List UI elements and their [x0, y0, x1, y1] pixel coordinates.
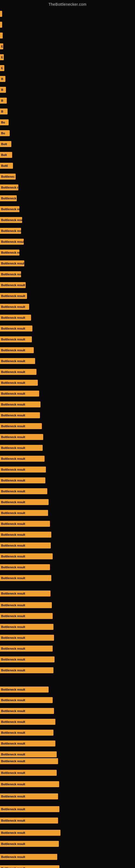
bar-item: Bo: [0, 130, 10, 136]
bar-item: B: [0, 98, 7, 104]
bar-label: Bottleneck result: [1, 425, 25, 428]
bar-label: Bottleneck resu: [1, 273, 21, 276]
bar-item: Bottleneck result: [0, 260, 24, 267]
bar-item: Bottleneck result: [0, 445, 43, 451]
bar-item: Bottleneck result: [0, 667, 53, 673]
bar-label: Bottleneck result: [1, 392, 25, 395]
bar-item: [0, 11, 2, 17]
bar-label: Bottleneck result: [1, 565, 25, 569]
bar-label: Bottleneck result: [1, 533, 25, 536]
bar-item: Bottleneck result: [0, 326, 32, 332]
bar-item: Bottleneck result: [0, 794, 58, 799]
bar-label: Bottleneck result: [1, 831, 25, 834]
bar-label: Bottleneck result: [1, 842, 25, 845]
bar-item: E: [0, 65, 4, 71]
bar-item: Bottleneck result: [0, 730, 53, 736]
bar-item: Bott: [0, 141, 11, 147]
bar-label: E: [1, 45, 3, 48]
bar-item: Bottleneck result: [0, 817, 58, 824]
bar-item: Bottleneck result: [0, 467, 46, 472]
bar-label: Bottleneck result: [1, 544, 25, 547]
bar-label: Bottleneck result: [1, 327, 25, 330]
bar-item: Bottleneck result: [0, 499, 49, 505]
bar-item: Bottlenec: [0, 174, 16, 180]
bar-label: Bottleneck result: [1, 867, 25, 868]
bar-label: Bottleneck result: [1, 636, 25, 639]
bar-item: Bottleneck result: [0, 239, 24, 245]
bar-item: Bottleneck result: [0, 865, 59, 868]
bar-item: Bottleneck result: [0, 423, 42, 429]
bar-item: Bottleneck result: [0, 542, 51, 549]
bar-label: Bottleneck result: [1, 218, 22, 222]
bar-label: Bottleneck result: [1, 435, 25, 439]
bar-item: Bottleneck result: [0, 293, 27, 299]
bar-item: Bottleneck result: [0, 369, 37, 375]
bar-item: Bottleneck result: [0, 380, 38, 386]
bar-item: Bottleneck result: [0, 575, 51, 581]
bar-item: B: [0, 87, 6, 93]
chart-area: TheBottlenecker.com EEEBBBBBoBoBottBoltB…: [0, 0, 135, 868]
bar-label: Bottleneck result: [1, 468, 25, 471]
bar-label: Bottlenec: [1, 175, 14, 178]
bar-item: Bottleneck result: [0, 358, 35, 364]
bar-label: Bottleneck result: [1, 782, 25, 786]
bar-item: Bottleneck result: [0, 686, 49, 692]
bar-item: Bottleneck result: [0, 719, 55, 725]
bar-item: Bottleneck result: [0, 336, 32, 342]
bar-item: Bottleneck result: [0, 841, 59, 847]
bar-item: Bo: [0, 119, 9, 125]
bar-label: Bottleneck result: [1, 669, 25, 672]
bar-item: [0, 33, 3, 38]
bar-label: Bottleneck result: [1, 625, 25, 628]
bar-item: Bottleneck result: [0, 708, 54, 714]
bar-label: Bottleneck result: [1, 446, 25, 450]
bar-label: Bottleneck result: [1, 760, 25, 763]
bar-item: Bottleneck result: [0, 564, 50, 570]
bar-label: E: [1, 56, 3, 59]
bar-item: Bottleneck result: [0, 510, 48, 516]
bar-label: Bottleneck result: [1, 603, 25, 607]
bar-item: [0, 22, 2, 28]
bar-label: Bottleneck result: [1, 457, 25, 460]
bar-item: B: [0, 108, 8, 115]
bar-label: Bottleneck result: [1, 819, 25, 822]
bar-item: Bottleneck result: [0, 477, 45, 484]
bar-label: Bottleneck re: [1, 251, 19, 254]
bar-item: Bottl: [0, 163, 13, 169]
bar-label: Bottleneck result: [1, 522, 25, 525]
bar-item: E: [0, 43, 3, 50]
bar-item: Bottleneck result: [0, 401, 41, 407]
bar-item: B: [0, 76, 5, 82]
bar-label: Bottleneck result: [1, 403, 25, 406]
bar-label: Bottleneck result: [1, 709, 25, 713]
bar-label: Bottleneck result: [1, 500, 25, 504]
bar-label: Bottleneck resu: [1, 229, 21, 232]
bar-item: Bottleneck result: [0, 304, 29, 310]
bar-item: Bottleneck result: [0, 751, 57, 757]
bar-item: Bottleneck result: [0, 521, 50, 527]
bar-label: Bottleneck resu: [1, 208, 19, 211]
bar-label: Bottleneck result: [1, 592, 25, 595]
bar-item: Bottleneck result: [0, 553, 53, 559]
bar-label: Bottl: [1, 164, 8, 167]
bar-label: B: [1, 99, 3, 102]
bar-label: Bottleneck result: [1, 381, 25, 384]
bar-item: Bottleneck result: [0, 613, 53, 619]
bar-label: B: [1, 77, 3, 81]
bar-label: Bo: [1, 121, 5, 124]
bar-item: Bottleneck re: [0, 250, 19, 255]
bar-label: Bottleneck result: [1, 511, 25, 515]
bar-item: Bottleneck result: [0, 806, 59, 812]
bar-label: Bottleneck result: [1, 305, 25, 308]
bar-label: Bo: [1, 131, 5, 135]
bar-label: Bottleneck result: [1, 577, 25, 580]
bar-item: Bottleneck result: [0, 697, 53, 703]
bar-label: Bottleneck result: [1, 771, 25, 774]
bar-item: Bottleneck result: [0, 347, 34, 353]
bar-label: Bottleneck result: [1, 731, 25, 734]
bar-label: Bottleneck result: [1, 855, 25, 859]
bar-label: Bott: [1, 143, 7, 146]
bar-label: Bottleneck: [1, 197, 16, 200]
site-title: TheBottlenecker.com: [0, 0, 135, 8]
bar-label: Bottleneck result: [1, 338, 25, 341]
